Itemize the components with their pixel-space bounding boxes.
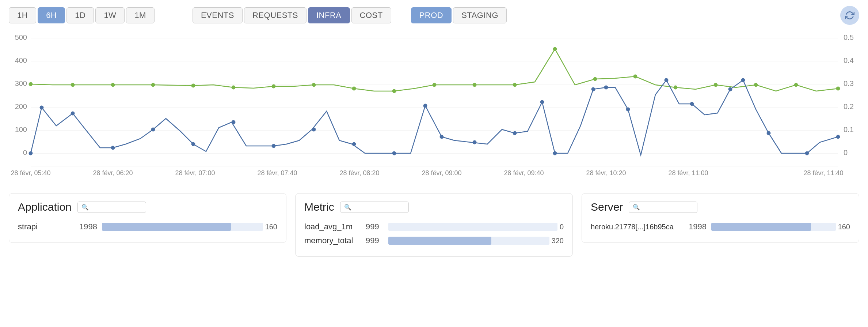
svg-text:28 févr, 11:00: 28 févr, 11:00 (668, 169, 708, 177)
refresh-button[interactable] (840, 6, 859, 25)
svg-point-37 (352, 87, 356, 90)
application-panel: Application 🔍 strapi 1998 160 (9, 193, 286, 243)
env-staging[interactable]: STAGING (453, 7, 507, 23)
svg-text:28 févr, 09:00: 28 févr, 09:00 (422, 169, 461, 177)
svg-text:500: 500 (15, 33, 27, 41)
svg-text:0.5: 0.5 (844, 33, 854, 41)
svg-text:0.4: 0.4 (844, 56, 854, 64)
svg-point-39 (433, 83, 436, 87)
svg-point-36 (312, 83, 316, 87)
svg-point-66 (553, 151, 557, 155)
server-search-box[interactable]: 🔍 (629, 202, 697, 213)
svg-point-61 (423, 104, 427, 108)
chart-svg: 500 400 300 200 100 0 0.5 0.4 0.3 0.2 0.… (9, 31, 859, 184)
svg-point-63 (473, 140, 476, 144)
metric-bar-label-0: 0 (560, 223, 564, 231)
svg-text:100: 100 (15, 125, 27, 134)
application-search-input[interactable] (91, 203, 142, 211)
metric-search-icon: 🔍 (344, 204, 351, 211)
application-bar-track (102, 223, 263, 231)
metric-row-1-label: memory_total (304, 236, 363, 245)
metric-row-0-count: 999 (366, 222, 384, 232)
server-bar-wrapper: 160 (711, 223, 850, 231)
env-prod[interactable]: PROD (411, 7, 452, 23)
svg-point-29 (29, 82, 33, 86)
svg-point-72 (728, 87, 732, 91)
metric-row-1-count: 999 (366, 236, 384, 245)
svg-text:0.2: 0.2 (844, 102, 854, 110)
server-bar-track (711, 223, 836, 231)
filter-cost[interactable]: COST (351, 7, 391, 23)
svg-point-34 (232, 86, 235, 89)
svg-point-32 (151, 83, 155, 87)
svg-text:28 févr, 06:20: 28 févr, 06:20 (93, 169, 133, 177)
filter-events[interactable]: EVENTS (193, 7, 243, 23)
metric-title: Metric (304, 201, 334, 213)
server-bar-label: 160 (838, 223, 850, 231)
svg-text:200: 200 (15, 102, 27, 110)
svg-text:28 févr, 05:40: 28 févr, 05:40 (11, 169, 50, 177)
svg-point-54 (151, 128, 155, 131)
svg-point-74 (767, 131, 770, 135)
time-6h[interactable]: 6H (38, 7, 65, 23)
metric-row-1: memory_total 999 320 (304, 234, 564, 248)
metric-bar-wrapper-1: 320 (388, 237, 564, 245)
svg-point-38 (392, 89, 396, 93)
application-row-label: strapi (18, 222, 76, 232)
svg-point-70 (665, 78, 668, 82)
metric-bar-track-1 (388, 237, 549, 245)
application-panel-header: Application 🔍 (18, 201, 277, 213)
time-1d[interactable]: 1D (66, 7, 94, 23)
svg-point-69 (626, 108, 630, 111)
metric-search-input[interactable] (354, 203, 405, 211)
time-1w[interactable]: 1W (95, 7, 125, 23)
svg-point-51 (40, 106, 43, 109)
svg-text:28 févr, 11:40: 28 févr, 11:40 (803, 169, 843, 177)
svg-point-49 (836, 87, 840, 90)
server-search-icon: 🔍 (633, 204, 640, 211)
svg-text:0.1: 0.1 (844, 125, 854, 134)
svg-text:28 févr, 07:40: 28 févr, 07:40 (257, 169, 297, 177)
svg-point-47 (754, 83, 758, 87)
application-row-0: strapi 1998 160 (18, 220, 277, 234)
svg-point-60 (392, 151, 396, 155)
svg-point-65 (540, 100, 544, 104)
time-group: 1H 6H 1D 1W 1M (9, 7, 155, 23)
svg-point-42 (553, 47, 557, 51)
svg-point-56 (232, 120, 235, 124)
application-bar-wrapper: 160 (102, 223, 277, 231)
env-group: PROD STAGING (411, 7, 507, 23)
application-search-box[interactable]: 🔍 (77, 202, 146, 213)
svg-point-73 (741, 78, 745, 82)
svg-point-58 (312, 128, 316, 131)
svg-text:0: 0 (23, 149, 27, 157)
metric-panel: Metric 🔍 load_avg_1m 999 0 memory_total … (295, 193, 573, 257)
metric-panel-header: Metric 🔍 (304, 201, 564, 213)
server-search-input[interactable] (642, 203, 693, 211)
application-bar-fill (102, 223, 231, 231)
svg-point-44 (633, 75, 637, 78)
server-row-count: 1998 (689, 222, 707, 232)
svg-point-76 (836, 135, 840, 139)
svg-text:28 févr, 07:00: 28 févr, 07:00 (175, 169, 215, 177)
svg-point-67 (591, 87, 595, 91)
svg-text:28 févr, 10:20: 28 févr, 10:20 (586, 169, 626, 177)
time-1m[interactable]: 1M (126, 7, 155, 23)
svg-text:300: 300 (15, 79, 27, 87)
time-1h[interactable]: 1H (9, 7, 36, 23)
application-bar-label: 160 (265, 223, 277, 231)
metric-bar-fill-1 (388, 237, 491, 245)
toolbar: 1H 6H 1D 1W 1M EVENTS REQUESTS INFRA COS… (0, 0, 868, 31)
svg-point-57 (272, 144, 275, 148)
filter-infra[interactable]: INFRA (308, 7, 350, 23)
filter-requests[interactable]: REQUESTS (244, 7, 307, 23)
svg-point-64 (513, 131, 517, 135)
svg-point-43 (593, 77, 597, 81)
svg-text:0.3: 0.3 (844, 79, 854, 87)
svg-point-52 (71, 112, 75, 115)
application-title: Application (18, 201, 72, 213)
metric-bar-track-0 (388, 223, 557, 231)
server-bar-fill (711, 223, 811, 231)
metric-search-box[interactable]: 🔍 (340, 202, 409, 213)
svg-point-59 (352, 142, 356, 146)
